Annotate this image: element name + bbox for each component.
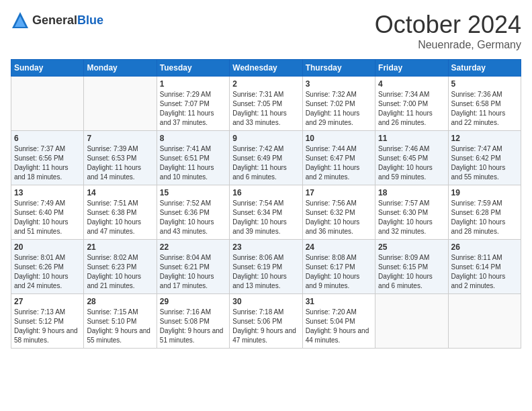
- day-number: 19: [451, 188, 518, 197]
- day-info-line: Sunrise: 7:39 AM: [87, 145, 138, 152]
- day-info-line: Sunrise: 7:15 AM: [87, 308, 138, 316]
- day-number: 5: [451, 79, 518, 89]
- day-info-line: Sunset: 6:30 PM: [378, 209, 428, 216]
- day-info-line: Daylight: 10 hours and 24 minutes.: [14, 273, 69, 289]
- calendar-cell: 23Sunrise: 8:06 AMSunset: 6:19 PMDayligh…: [230, 240, 302, 294]
- page-header: GeneralBlue October 2024 Neuenrade, Germ…: [11, 11, 521, 51]
- day-info: Sunrise: 7:37 AMSunset: 6:56 PMDaylight:…: [14, 144, 81, 182]
- day-info-line: Sunrise: 7:37 AM: [14, 145, 65, 152]
- day-info-line: Sunrise: 8:06 AM: [232, 254, 283, 261]
- calendar-cell: 1Sunrise: 7:29 AMSunset: 7:07 PMDaylight…: [157, 77, 229, 131]
- day-info-line: Sunset: 6:53 PM: [87, 154, 136, 162]
- calendar-cell: 22Sunrise: 8:04 AMSunset: 6:21 PMDayligh…: [157, 240, 229, 294]
- day-number: 8: [160, 134, 226, 143]
- day-info-line: Daylight: 10 hours and 39 minutes.: [232, 218, 287, 235]
- day-info-line: Sunrise: 7:54 AM: [232, 199, 283, 207]
- day-number: 9: [232, 134, 299, 143]
- day-info: Sunrise: 7:13 AMSunset: 5:12 PMDaylight:…: [14, 308, 81, 345]
- day-info-line: Sunrise: 7:29 AM: [160, 91, 211, 98]
- calendar-week-row: 6Sunrise: 7:37 AMSunset: 6:56 PMDaylight…: [11, 131, 521, 185]
- calendar-cell: 13Sunrise: 7:49 AMSunset: 6:40 PMDayligh…: [11, 185, 84, 240]
- calendar-cell: 3Sunrise: 7:32 AMSunset: 7:02 PMDaylight…: [302, 77, 375, 131]
- logo-icon: [11, 11, 30, 30]
- calendar-week-row: 13Sunrise: 7:49 AMSunset: 6:40 PMDayligh…: [11, 185, 521, 240]
- calendar-cell: 8Sunrise: 7:41 AMSunset: 6:51 PMDaylight…: [157, 131, 229, 185]
- day-info-line: Sunrise: 7:51 AM: [87, 199, 138, 207]
- calendar-cell: 17Sunrise: 7:56 AMSunset: 6:32 PMDayligh…: [302, 185, 375, 240]
- calendar-cell: 18Sunrise: 7:57 AMSunset: 6:30 PMDayligh…: [375, 185, 448, 240]
- day-info-line: Sunrise: 7:13 AM: [14, 308, 65, 316]
- day-number: 26: [451, 242, 518, 252]
- day-info: Sunrise: 7:31 AMSunset: 7:05 PMDaylight:…: [232, 90, 299, 128]
- calendar-cell: 19Sunrise: 7:59 AMSunset: 6:28 PMDayligh…: [448, 185, 521, 240]
- day-info-line: Sunset: 6:23 PM: [87, 263, 136, 271]
- day-info-line: Sunset: 6:17 PM: [306, 263, 355, 271]
- day-number: 17: [306, 188, 372, 197]
- day-info-line: Sunset: 6:36 PM: [160, 209, 210, 216]
- calendar-week-row: 27Sunrise: 7:13 AMSunset: 5:12 PMDayligh…: [11, 294, 521, 349]
- day-info-line: Sunset: 5:12 PM: [14, 318, 64, 325]
- day-info: Sunrise: 7:29 AMSunset: 7:07 PMDaylight:…: [160, 90, 226, 128]
- day-info-line: Sunrise: 8:08 AM: [306, 254, 357, 261]
- day-info-line: Daylight: 11 hours and 10 minutes.: [160, 164, 214, 181]
- calendar-week-row: 20Sunrise: 8:01 AMSunset: 6:26 PMDayligh…: [11, 240, 521, 294]
- day-info: Sunrise: 8:02 AMSunset: 6:23 PMDaylight:…: [87, 253, 153, 291]
- day-info-line: Sunset: 6:15 PM: [378, 263, 428, 271]
- day-info-line: Daylight: 10 hours and 28 minutes.: [451, 218, 506, 235]
- day-info-line: Sunset: 7:05 PM: [232, 100, 282, 107]
- day-info-line: Sunset: 7:00 PM: [378, 100, 428, 107]
- day-info-line: Daylight: 10 hours and 17 minutes.: [160, 273, 214, 289]
- day-info: Sunrise: 8:11 AMSunset: 6:14 PMDaylight:…: [451, 253, 518, 291]
- weekday-header: Sunday: [11, 60, 84, 77]
- location-title: Neuenrade, Germany: [375, 39, 521, 51]
- calendar-cell: 21Sunrise: 8:02 AMSunset: 6:23 PMDayligh…: [84, 240, 157, 294]
- day-info-line: Sunrise: 7:16 AM: [160, 308, 211, 316]
- logo-blue: Blue: [77, 13, 103, 27]
- day-info-line: Sunset: 7:07 PM: [160, 100, 210, 107]
- day-number: 28: [87, 297, 153, 306]
- day-info-line: Sunrise: 7:34 AM: [378, 91, 429, 98]
- day-info: Sunrise: 7:47 AMSunset: 6:42 PMDaylight:…: [451, 144, 518, 182]
- day-info-line: Sunset: 6:19 PM: [232, 263, 282, 271]
- day-number: 30: [232, 297, 299, 306]
- day-info: Sunrise: 7:46 AMSunset: 6:45 PMDaylight:…: [378, 144, 445, 182]
- day-info-line: Sunrise: 7:56 AM: [306, 199, 357, 207]
- day-info: Sunrise: 7:56 AMSunset: 6:32 PMDaylight:…: [306, 199, 372, 236]
- day-info-line: Sunrise: 8:04 AM: [160, 254, 211, 261]
- day-info: Sunrise: 8:08 AMSunset: 6:17 PMDaylight:…: [306, 253, 372, 291]
- day-info-line: Sunrise: 7:47 AM: [451, 145, 502, 152]
- day-info: Sunrise: 7:49 AMSunset: 6:40 PMDaylight:…: [14, 199, 81, 236]
- day-info: Sunrise: 7:41 AMSunset: 6:51 PMDaylight:…: [160, 144, 226, 182]
- day-info-line: Sunrise: 7:52 AM: [160, 199, 211, 207]
- calendar-cell: 27Sunrise: 7:13 AMSunset: 5:12 PMDayligh…: [11, 294, 84, 349]
- day-number: 16: [232, 188, 299, 197]
- day-info-line: Sunrise: 7:32 AM: [306, 91, 357, 98]
- calendar-cell: 25Sunrise: 8:09 AMSunset: 6:15 PMDayligh…: [375, 240, 448, 294]
- calendar-week-row: 1Sunrise: 7:29 AMSunset: 7:07 PMDaylight…: [11, 77, 521, 131]
- day-info: Sunrise: 7:54 AMSunset: 6:34 PMDaylight:…: [232, 199, 299, 236]
- calendar-table: SundayMondayTuesdayWednesdayThursdayFrid…: [11, 59, 521, 349]
- day-info-line: Daylight: 10 hours and 2 minutes.: [451, 273, 506, 289]
- calendar-cell: 10Sunrise: 7:44 AMSunset: 6:47 PMDayligh…: [302, 131, 375, 185]
- day-info: Sunrise: 8:09 AMSunset: 6:15 PMDaylight:…: [378, 253, 445, 291]
- calendar-cell: 30Sunrise: 7:18 AMSunset: 5:06 PMDayligh…: [230, 294, 302, 349]
- day-info-line: Daylight: 10 hours and 32 minutes.: [378, 218, 433, 235]
- day-number: 27: [14, 297, 81, 306]
- title-block: October 2024 Neuenrade, Germany: [375, 11, 521, 51]
- day-info-line: Sunset: 6:51 PM: [160, 154, 210, 162]
- calendar-cell: 9Sunrise: 7:42 AMSunset: 6:49 PMDaylight…: [230, 131, 302, 185]
- day-info-line: Daylight: 11 hours and 14 minutes.: [87, 164, 141, 181]
- calendar-cell: 14Sunrise: 7:51 AMSunset: 6:38 PMDayligh…: [84, 185, 157, 240]
- day-info-line: Daylight: 9 hours and 55 minutes.: [87, 327, 150, 344]
- day-number: 24: [306, 242, 372, 252]
- day-info: Sunrise: 7:39 AMSunset: 6:53 PMDaylight:…: [87, 144, 153, 182]
- day-info: Sunrise: 7:52 AMSunset: 6:36 PMDaylight:…: [160, 199, 226, 236]
- day-info-line: Sunrise: 7:31 AM: [232, 91, 283, 98]
- calendar-cell: 31Sunrise: 7:20 AMSunset: 5:04 PMDayligh…: [302, 294, 375, 349]
- day-number: 11: [378, 134, 445, 143]
- day-info-line: Sunset: 6:32 PM: [306, 209, 355, 216]
- day-number: 6: [14, 134, 81, 143]
- day-info-line: Daylight: 11 hours and 22 minutes.: [451, 109, 506, 126]
- day-info-line: Sunrise: 7:36 AM: [451, 91, 502, 98]
- logo-general: General: [32, 13, 77, 27]
